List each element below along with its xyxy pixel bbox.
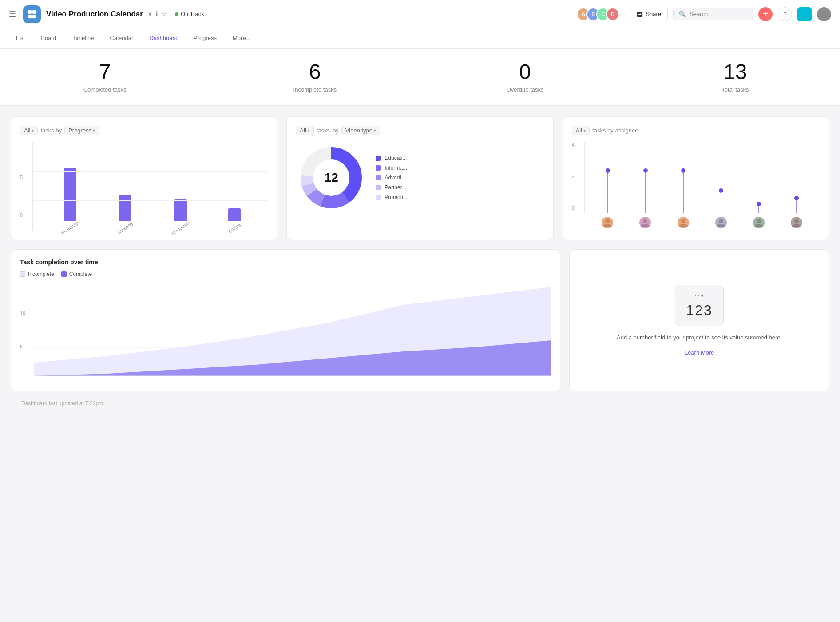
card-header-video-type: All ▾ tasks by Video type ▾ <box>296 126 544 135</box>
tab-calendar[interactable]: Calendar <box>103 28 141 48</box>
card-header-assignee: All ▾ tasks by assignee <box>572 126 820 135</box>
filter-video-type-pill[interactable]: Video type ▾ <box>341 126 380 135</box>
info-icon[interactable]: ℹ <box>155 10 158 18</box>
svg-rect-1 <box>32 10 36 13</box>
legend-incomplete: Incomplete <box>20 271 54 277</box>
tab-timeline[interactable]: Timeline <box>65 28 101 48</box>
tasks-by-assignee-label: tasks by assignee <box>592 127 638 134</box>
legend-item-promoti: Promoti... <box>376 194 407 200</box>
filter-all-pill-2[interactable]: All ▾ <box>296 126 313 135</box>
team-avatars: A B C D <box>577 8 619 21</box>
gridline <box>33 171 268 172</box>
accent-button[interactable] <box>797 7 812 21</box>
tab-more[interactable]: More... <box>226 28 258 48</box>
card-tasks-by-assignee: All ▾ tasks by assignee 4 2 0 <box>563 116 829 240</box>
status-label: On Track <box>181 11 204 17</box>
filter-progress-pill[interactable]: Progress ▾ <box>64 126 99 135</box>
lollipop-area <box>584 142 820 213</box>
help-button[interactable]: ? <box>778 7 792 21</box>
chevron-down-icon: ▾ <box>583 128 586 133</box>
bars: Promotion Scripting Production Edit <box>33 142 268 231</box>
lollipop-line <box>607 173 608 213</box>
lollipop-line <box>758 206 759 213</box>
number-widget: ··· ▾ 123 <box>675 285 723 326</box>
lollipop-dot <box>606 168 610 173</box>
lollipop-line <box>683 173 684 213</box>
donut-legend: Educati... Informa... Adverti... Partner… <box>376 155 407 200</box>
bar-label-scripting: Scripting <box>117 221 134 235</box>
status-dot <box>175 12 178 16</box>
assignee-avatar-6 <box>791 217 802 228</box>
hamburger-icon[interactable]: ☰ <box>9 9 16 19</box>
legend-dot-partner <box>376 185 381 190</box>
bar-chart-container: 5 0 Promotion Scripting <box>20 142 268 231</box>
donut-chart: 12 <box>296 142 367 213</box>
legend-complete: Complete <box>61 271 92 277</box>
legend-box-complete <box>61 271 67 277</box>
card-task-completion: Task completion over time Incomplete Com… <box>11 249 560 391</box>
filter-all-pill[interactable]: All ▾ <box>20 126 38 135</box>
tab-dashboard[interactable]: Dashboard <box>142 28 185 48</box>
bottom-row: Task completion over time Incomplete Com… <box>11 249 829 391</box>
tasks-label-2: tasks <box>317 127 330 134</box>
tasks-by-label: tasks by <box>40 127 62 134</box>
filter-all-label-3: All <box>576 127 582 134</box>
svg-rect-2 <box>28 14 32 18</box>
share-button[interactable]: Share <box>630 8 668 20</box>
tab-progress[interactable]: Progress <box>186 28 224 48</box>
bar-label-editing: Editing <box>227 222 241 234</box>
footer-text: Dashboard last updated at 7:22pm. <box>21 400 104 407</box>
total-number: 13 <box>639 61 831 83</box>
assignee-avatar-1 <box>602 217 613 228</box>
star-icon[interactable]: ☆ <box>162 10 168 18</box>
lollipop-dot <box>794 196 799 200</box>
share-label: Share <box>646 11 661 17</box>
title-actions: ▾ ℹ ☆ <box>148 10 168 18</box>
by-label: by <box>333 127 339 134</box>
incomplete-label: Incomplete tasks <box>219 86 411 93</box>
assignee-avatar-3 <box>678 217 689 228</box>
lollipop-dot <box>757 202 761 206</box>
widget-dots: ··· <box>695 292 699 299</box>
dashboard-footer: Dashboard last updated at 7:22pm. <box>11 400 829 414</box>
legend-label-adverti: Adverti... <box>384 175 405 181</box>
search-input[interactable] <box>689 11 743 17</box>
learn-more-link[interactable]: Learn More <box>685 349 714 356</box>
completion-legend: Incomplete Complete <box>20 271 551 277</box>
y-axis-labels: 5 0 <box>20 142 23 218</box>
number-card-inner: ··· ▾ 123 Add a number field to your pro… <box>617 285 782 356</box>
number-widget-top: ··· ▾ <box>695 292 704 299</box>
legend-item-educati: Educati... <box>376 155 407 161</box>
avatar-4[interactable]: D <box>606 8 619 21</box>
svg-point-16 <box>794 219 799 223</box>
status-badge: On Track <box>175 11 204 17</box>
filter-all-pill-3[interactable]: All ▾ <box>572 126 590 135</box>
legend-item-adverti: Adverti... <box>376 175 407 181</box>
search-icon: 🔍 <box>679 11 686 17</box>
card-tasks-by-video-type: All ▾ tasks by Video type ▾ <box>286 116 553 240</box>
area-chart-wrapper: 10 5 <box>20 283 551 382</box>
chevron-down-icon[interactable]: ▾ <box>148 10 152 18</box>
chevron-down-icon: ▾ <box>32 128 34 133</box>
user-avatar[interactable] <box>817 7 831 21</box>
completion-chart-title: Task completion over time <box>20 259 551 266</box>
project-title: Video Production Calendar <box>46 10 143 19</box>
y-axis-assignee: 4 2 0 <box>572 142 575 211</box>
lollipop-dot <box>643 168 648 173</box>
lollipop-line <box>721 193 721 213</box>
tab-list[interactable]: List <box>9 28 32 48</box>
donut-area: 12 Educati... Informa... Adverti... <box>296 142 544 213</box>
completed-number: 7 <box>9 61 201 83</box>
search-box[interactable]: 🔍 <box>673 8 753 20</box>
tab-board[interactable]: Board <box>34 28 63 48</box>
top-cards-row: All ▾ tasks by Progress ▾ 5 0 <box>11 116 829 240</box>
completed-label: Completed tasks <box>9 86 201 93</box>
overdue-label: Overdue tasks <box>429 86 621 93</box>
add-button[interactable]: + <box>758 7 773 21</box>
assignee-avatars <box>584 213 820 228</box>
filter-all-label-2: All <box>300 127 306 134</box>
number-display: 123 <box>686 302 712 319</box>
svg-rect-3 <box>32 14 36 18</box>
legend-item-partner: Partner... <box>376 184 407 191</box>
bar-label-production: Production <box>170 220 190 236</box>
